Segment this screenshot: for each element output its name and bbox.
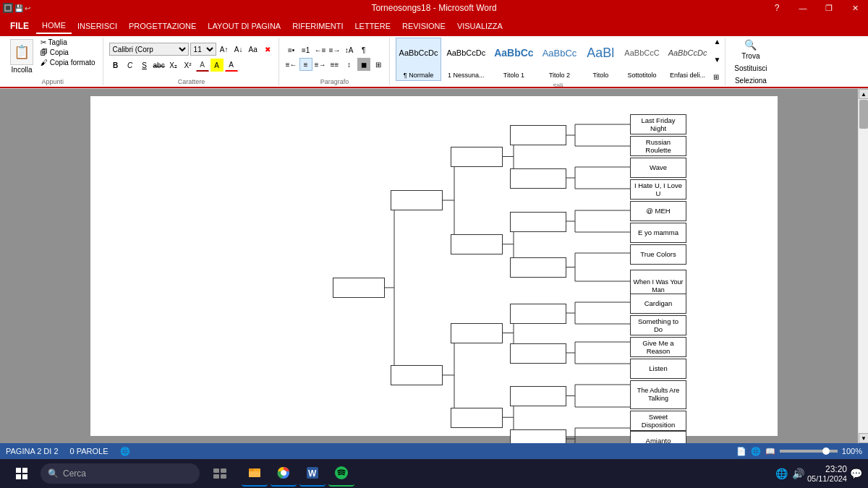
scroll-thumb[interactable]: [859, 100, 868, 129]
align-center-btn[interactable]: ≡: [299, 58, 312, 71]
window-controls[interactable]: ? — ❐ ✕: [764, 0, 868, 16]
scroll-up-arrow[interactable]: ▲: [859, 89, 868, 99]
style-titolo2[interactable]: AaBbCc Titolo 2: [539, 38, 581, 81]
paragraph-group: ≡• ≡1 ←≡ ≡→ ↕A ¶ ≡← ≡ ≡→ ≡≡ ↕ ◼ ⊞ Paragr: [281, 38, 390, 85]
r2-box-2: [510, 168, 566, 189]
styles-expand[interactable]: ⊞: [713, 73, 720, 81]
svg-rect-0: [5, 5, 11, 11]
clear-format-btn[interactable]: ✖: [261, 43, 274, 56]
sort-btn[interactable]: ↕A: [343, 43, 356, 56]
svg-text:W: W: [308, 468, 317, 479]
style-titolo1[interactable]: AaBbCc Titolo 1: [490, 38, 537, 81]
shading-btn[interactable]: ◼: [357, 58, 370, 71]
subscript-btn[interactable]: X₂: [167, 59, 180, 72]
song-box-6: E yo mamma: [630, 223, 686, 243]
cut-button[interactable]: ✂ Taglia: [38, 38, 98, 47]
svg-rect-51: [213, 468, 219, 473]
indent-increase-btn[interactable]: ≡→: [328, 43, 341, 56]
align-left-btn[interactable]: ≡←: [285, 58, 298, 71]
text-color-btn[interactable]: A: [225, 59, 238, 72]
underline-btn[interactable]: S: [138, 59, 151, 72]
justify-btn[interactable]: ≡≡: [328, 58, 341, 71]
explorer-btn[interactable]: [242, 461, 268, 487]
copy-button[interactable]: 🗐 Copia: [38, 48, 98, 57]
visualizza-menu[interactable]: VISUALIZZA: [451, 19, 509, 33]
style-sottotitolo-preview: AaBbCcC: [624, 40, 659, 66]
language-icon[interactable]: 🌐: [120, 447, 130, 456]
style-nessuna[interactable]: AaBbCcDc 1 Nessuna...: [443, 38, 489, 81]
case-btn[interactable]: Aa: [247, 43, 260, 56]
style-sottotitolo[interactable]: AaBbCcC Sottotitolo: [621, 38, 663, 81]
scroll-down-arrow[interactable]: ▼: [859, 433, 868, 443]
bold-btn[interactable]: B: [109, 59, 122, 72]
zoom-percent[interactable]: 100%: [842, 447, 862, 455]
taskbar-search[interactable]: 🔍 Cerca: [41, 463, 200, 484]
restore-btn[interactable]: ❐: [816, 0, 842, 16]
taskbar-clock[interactable]: 23:20 05/11/2024: [807, 464, 847, 483]
style-enfasi[interactable]: AaBbCcDc Enfasi deli...: [665, 38, 711, 81]
zoom-slider[interactable]: [780, 450, 838, 453]
line-spacing-btn[interactable]: ↕: [343, 58, 356, 71]
progettazione-menu[interactable]: PROGETTAZIONE: [123, 19, 202, 33]
grow-font-btn[interactable]: A↑: [218, 43, 231, 56]
italic-btn[interactable]: C: [124, 59, 137, 72]
svg-point-62: [335, 466, 348, 479]
spotify-btn[interactable]: [328, 461, 354, 487]
font-size-selector[interactable]: 11: [190, 43, 216, 56]
view-web-btn[interactable]: 🌐: [751, 447, 761, 456]
show-marks-btn[interactable]: ¶: [357, 43, 370, 56]
paste-button[interactable]: 📋 Incolla: [7, 38, 36, 75]
zoom-thumb[interactable]: [822, 448, 830, 455]
style-titolo1-preview: AaBbCc: [494, 40, 533, 66]
lettere-menu[interactable]: LETTERE: [349, 19, 396, 33]
home-menu[interactable]: HOME: [36, 18, 72, 34]
status-right-items: 📄 🌐 📖 100%: [736, 447, 862, 456]
file-menu[interactable]: FILE: [3, 20, 36, 33]
song-box-1: Last Friday Night: [630, 114, 686, 134]
strikethrough-btn[interactable]: abc: [153, 59, 166, 72]
view-print-btn[interactable]: 📄: [736, 447, 746, 456]
replace-button[interactable]: Sostituisci: [731, 63, 770, 74]
align-right-btn[interactable]: ≡→: [314, 58, 327, 71]
riferimenti-menu[interactable]: RIFERIMENTI: [286, 19, 349, 33]
style-normale[interactable]: AaBbCcDc ¶ Normale: [396, 38, 442, 81]
svg-rect-48: [22, 468, 27, 473]
highlight-btn[interactable]: A: [210, 59, 224, 72]
find-button[interactable]: 🔍 Trova: [731, 38, 770, 61]
r2-box-6: [510, 343, 566, 364]
chrome-btn[interactable]: [271, 461, 297, 487]
font-color-btn[interactable]: A: [196, 59, 209, 72]
format-button[interactable]: 🖌 Copia formato: [38, 58, 98, 67]
borders-btn[interactable]: ⊞: [372, 58, 385, 71]
volume-icon[interactable]: 🔊: [792, 468, 804, 479]
numbering-btn[interactable]: ≡1: [299, 43, 312, 56]
style-titolo[interactable]: AaBl Titolo: [582, 38, 619, 81]
styles-scroll-up[interactable]: ▲: [713, 38, 720, 46]
word-btn[interactable]: W: [299, 461, 326, 487]
inserisci-menu[interactable]: INSERISCI: [72, 19, 123, 33]
task-view-btn[interactable]: [205, 461, 234, 487]
r2-box-1: [510, 125, 566, 145]
style-nessuna-preview: AaBbCcDc: [446, 40, 485, 66]
start-button[interactable]: [6, 461, 38, 487]
shrink-font-btn[interactable]: A↓: [232, 43, 245, 56]
select-button[interactable]: Seleziona: [731, 75, 770, 86]
indent-decrease-btn[interactable]: ←≡: [314, 43, 327, 56]
notification-btn[interactable]: 💬: [850, 468, 862, 479]
network-icon[interactable]: 🌐: [775, 468, 788, 479]
revisione-menu[interactable]: REVISIONE: [396, 19, 451, 33]
close-btn[interactable]: ✕: [842, 0, 868, 16]
vertical-scrollbar[interactable]: ▲ ▼: [858, 89, 868, 443]
search-icon: 🔍: [48, 468, 59, 479]
superscript-btn[interactable]: X²: [182, 59, 195, 72]
styles-scroll-down[interactable]: ▼: [713, 56, 720, 64]
ribbon-content: 📋 Incolla ✂ Taglia 🗐 Copia 🖌 Copia forma…: [0, 36, 868, 88]
font-name-selector[interactable]: Calibri (Corp: [109, 43, 189, 56]
view-read-btn[interactable]: 📖: [765, 447, 775, 456]
help-btn[interactable]: ?: [764, 0, 790, 16]
minimize-btn[interactable]: —: [790, 0, 816, 16]
song-box-13: The Adults Are Talking: [630, 380, 686, 409]
bullets-btn[interactable]: ≡•: [285, 43, 298, 56]
document-area[interactable]: Last Friday Night Russian Roulette Wave …: [0, 89, 868, 443]
layout-menu[interactable]: LAYOUT DI PAGINA: [202, 19, 286, 33]
